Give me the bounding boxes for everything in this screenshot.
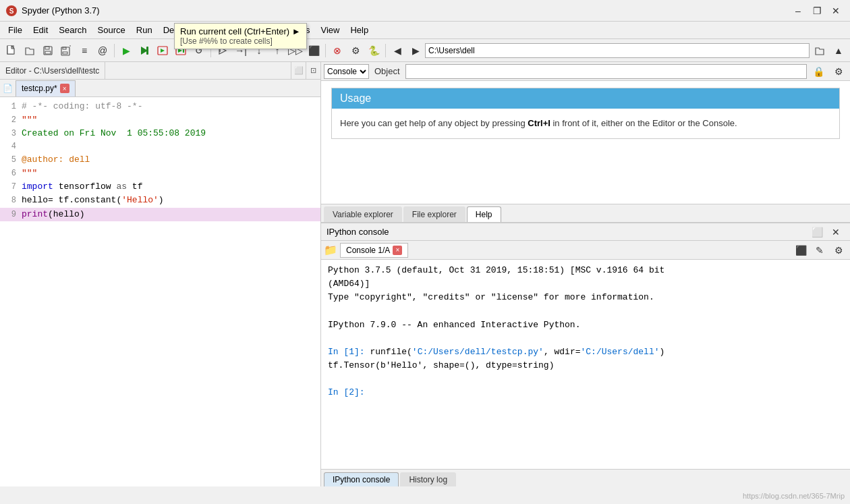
open-file-button[interactable] — [21, 42, 38, 59]
menu-view[interactable]: View — [315, 24, 345, 36]
menu-source[interactable]: Source — [92, 24, 131, 36]
svg-rect-9 — [63, 47, 66, 49]
console-folder-icon[interactable]: 📁 — [324, 244, 337, 256]
console-titlebar: IPython console ⬜ ✕ — [321, 223, 850, 241]
line-num-6: 6 — [3, 167, 16, 180]
new-tab-icon[interactable]: 📄 — [3, 84, 13, 93]
console-title: IPython console — [327, 227, 389, 237]
code-line-2: 2 """ — [0, 113, 320, 127]
console-maximize-button[interactable]: ⬜ — [808, 223, 826, 241]
run-config-button[interactable] — [136, 42, 153, 59]
tooltip-line2: [Use #%% to create cells] — [180, 36, 301, 46]
address-input[interactable] — [425, 43, 810, 58]
svg-marker-15 — [161, 49, 165, 53]
bottom-tab-history[interactable]: History log — [400, 472, 456, 486]
console-options-button[interactable]: ⚙ — [830, 242, 847, 259]
debug-stop-button[interactable]: ⬛ — [305, 42, 322, 59]
window-controls: – ❐ ✕ — [789, 3, 845, 18]
help-toolbar: Console Object 🔒 ⚙ — [321, 62, 850, 81]
main-area: Editor - C:\Users\dell\testc ⬜ ⊡ 📄 testc… — [0, 62, 850, 486]
code-text-9: print(hello) — [22, 208, 85, 221]
tab-file-explorer[interactable]: File explorer — [403, 206, 465, 222]
menu-run[interactable]: Run — [131, 24, 158, 36]
toolbar-sep-1 — [114, 44, 115, 57]
menu-search[interactable]: Search — [53, 24, 92, 36]
help-tab-strip: Variable explorer File explorer Help — [321, 204, 850, 223]
code-line-9: 9 print(hello) — [0, 208, 320, 221]
tab-help[interactable]: Help — [467, 206, 501, 222]
line-num-7: 7 — [3, 181, 16, 194]
find-button[interactable]: @ — [94, 42, 111, 59]
menu-file[interactable]: File — [3, 24, 28, 36]
console-stop-button[interactable]: ⬛ — [792, 242, 810, 259]
watermark: https://blog.csdn.net/365-7Mrip — [743, 492, 845, 500]
go-up-button[interactable]: ▲ — [830, 42, 847, 59]
console-tab-close-button[interactable]: × — [393, 246, 402, 255]
svg-rect-7 — [45, 51, 51, 54]
interrupt-button[interactable]: ⊗ — [329, 42, 346, 59]
console-line-5: In [1]: runfile('C:/Users/dell/testcp.py… — [328, 345, 843, 359]
help-lock-button[interactable]: 🔒 — [810, 63, 827, 80]
line-num-3: 3 — [3, 128, 16, 140]
code-text-6: """ — [22, 167, 37, 180]
editor-minimize-button[interactable]: ⊡ — [306, 62, 320, 79]
console-output[interactable]: Python 3.7.5 (default, Oct 31 2019, 15:1… — [321, 260, 850, 469]
line-num-1: 1 — [3, 101, 16, 113]
close-button[interactable]: ✕ — [827, 3, 845, 18]
editor-expand-controls: ⬜ ⊡ — [291, 62, 320, 79]
run-cell-button[interactable] — [154, 42, 171, 59]
console-titlebar-controls: ⬜ ✕ — [808, 223, 845, 241]
console-line-6: tf.Tensor(b'Hello', shape=(), dtype=stri… — [328, 359, 843, 372]
line-num-4: 4 — [3, 140, 16, 153]
browse-button[interactable] — [811, 42, 828, 59]
console-close-button[interactable]: ✕ — [827, 223, 845, 241]
code-editor[interactable]: 1 # -*- coding: utf-8 -*- 2 """ 3 Create… — [0, 97, 320, 486]
line-num-2: 2 — [3, 114, 16, 127]
object-search-input[interactable] — [405, 64, 807, 79]
usage-body: Here you can get help of any object by p… — [332, 109, 839, 138]
restore-button[interactable]: ❐ — [808, 3, 826, 18]
address-bar: ▲ — [425, 42, 847, 59]
object-label: Object — [372, 66, 403, 76]
editor-header-bar: Editor - C:\Users\dell\testc ⬜ ⊡ — [0, 62, 320, 80]
code-text-3: Created on Fri Nov 1 05:55:08 2019 — [22, 127, 206, 140]
run-button[interactable]: ▶ — [117, 42, 135, 59]
browse-tabs-button[interactable]: ≡ — [76, 42, 93, 59]
menu-help[interactable]: Help — [345, 24, 374, 36]
code-line-7: 7 import tensorflow as tf — [0, 180, 320, 194]
save-all-button[interactable] — [57, 42, 75, 59]
console-dropdown[interactable]: Console — [324, 64, 369, 79]
tooltip-line1: Run current cell (Ctrl+Enter) ► — [180, 26, 301, 36]
console-tab-1[interactable]: Console 1/A × — [340, 243, 408, 258]
editor-tab-label: testcp.py* — [22, 84, 57, 93]
usage-box: Usage Here you can get help of any objec… — [331, 88, 840, 139]
code-text-8: hello= tf.constant('Hello') — [22, 194, 164, 207]
code-text-1: # -*- coding: utf-8 -*- — [22, 100, 142, 113]
settings-button[interactable]: ⚙ — [347, 42, 364, 59]
title-bar: S Spyder (Python 3.7) – ❐ ✕ — [0, 0, 850, 22]
editor-tab-testcp[interactable]: testcp.py* × — [16, 80, 76, 96]
console-line-blank-2 — [328, 332, 843, 345]
line-num-8: 8 — [3, 194, 16, 207]
new-file-button[interactable] — [3, 42, 20, 59]
save-file-button[interactable] — [39, 42, 57, 59]
help-gear-button[interactable]: ⚙ — [830, 63, 847, 80]
tab-variable-explorer[interactable]: Variable explorer — [324, 206, 402, 222]
back-button[interactable]: ◀ — [389, 42, 406, 59]
code-text-2: """ — [22, 113, 37, 127]
bottom-tab-ipython[interactable]: IPython console — [324, 472, 399, 486]
code-line-5: 5 @author: dell — [0, 153, 320, 167]
console-edit-button[interactable]: ✎ — [811, 242, 828, 259]
console-line-1: Python 3.7.5 (default, Oct 31 2019, 15:1… — [328, 264, 843, 277]
console-line-blank-3 — [328, 372, 843, 386]
code-line-1: 1 # -*- coding: utf-8 -*- — [0, 100, 320, 113]
python-button[interactable]: 🐍 — [365, 42, 382, 59]
toolbar-sep-4 — [385, 44, 386, 57]
editor-maximize-button[interactable]: ⬜ — [291, 62, 306, 79]
menu-edit[interactable]: Edit — [28, 24, 53, 36]
toolbar-sep-3 — [325, 44, 326, 57]
toolbar: ≡ @ ▶ ↺ →| ↓ ↑ ▷▷ ⬛ ⊗ ⚙ 🐍 ◀ ▶ ▲ — [0, 39, 850, 62]
minimize-button[interactable]: – — [789, 3, 807, 18]
forward-button[interactable]: ▶ — [407, 42, 424, 59]
editor-tab-close-button[interactable]: × — [60, 84, 69, 93]
